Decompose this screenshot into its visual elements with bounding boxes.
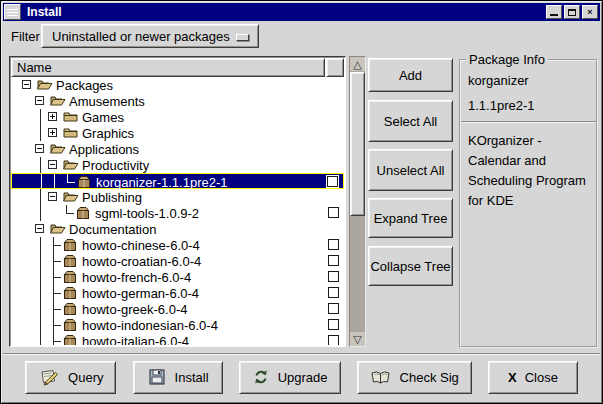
maximize-button[interactable] bbox=[564, 5, 580, 19]
tree-row[interactable]: howto-italian-6.0-4 bbox=[11, 333, 344, 345]
tree-row[interactable]: howto-chinese-6.0-4 bbox=[11, 237, 344, 253]
button-label: Collapse Tree bbox=[370, 258, 450, 275]
package-checkbox[interactable] bbox=[328, 287, 339, 298]
button-label: Add bbox=[399, 67, 422, 84]
tree-row[interactable]: Documentation bbox=[11, 221, 344, 237]
tree-row-label: Publishing bbox=[82, 190, 142, 205]
close-window-button[interactable]: × bbox=[582, 5, 598, 19]
tree-row[interactable]: Packages bbox=[11, 77, 344, 93]
scrollbar-thumb[interactable] bbox=[350, 72, 365, 216]
expand-tree-button[interactable]: Expand Tree bbox=[368, 198, 453, 238]
package-checkbox[interactable] bbox=[328, 239, 339, 250]
tree-row[interactable]: korganizer-1.1.1pre2-1 bbox=[11, 173, 344, 189]
package-icon bbox=[62, 334, 78, 345]
window-menu-button[interactable] bbox=[4, 4, 21, 20]
filter-dropdown[interactable]: Uninstalled or newer packages bbox=[41, 24, 259, 48]
button-label: Close bbox=[525, 370, 558, 385]
collapse-expander-icon[interactable] bbox=[35, 144, 44, 153]
tree-scrollbar[interactable]: △ ▽ bbox=[349, 56, 366, 347]
install-window: Install × Filter: Uninstalled or newer p… bbox=[0, 0, 603, 404]
tree-guide-line bbox=[40, 205, 41, 221]
query-button[interactable]: Query bbox=[25, 361, 116, 394]
collapse-expander-icon[interactable] bbox=[48, 192, 57, 201]
button-label: Expand Tree bbox=[374, 210, 448, 227]
tree-row[interactable]: sgml-tools-1.0.9-2 bbox=[11, 205, 344, 221]
tree-row-label: Productivity bbox=[82, 158, 149, 173]
titlebar[interactable]: Install × bbox=[3, 3, 600, 21]
tree-row[interactable]: howto-greek-6.0-4 bbox=[11, 301, 344, 317]
collapse-expander-icon[interactable] bbox=[48, 160, 57, 169]
filter-label: Filter: bbox=[11, 29, 44, 44]
tree-row[interactable]: howto-indonesian-6.0-4 bbox=[11, 317, 344, 333]
tree-row-label: howto-croatian-6.0-4 bbox=[82, 254, 201, 269]
tree-guide-line bbox=[40, 125, 41, 141]
close-button[interactable]: XClose bbox=[488, 361, 578, 394]
tree-row-label: Applications bbox=[69, 142, 139, 157]
bottom-toolbar: QueryInstallUpgradeCheck SigXClose bbox=[1, 360, 602, 394]
tree-row[interactable]: howto-german-6.0-4 bbox=[11, 285, 344, 301]
package-name: korganizer bbox=[468, 73, 529, 88]
tree-row[interactable]: Graphics bbox=[11, 125, 344, 141]
expand-expander-icon[interactable] bbox=[48, 112, 57, 121]
tree-connector-line bbox=[53, 245, 61, 246]
tree-row[interactable]: howto-french-6.0-4 bbox=[11, 269, 344, 285]
scroll-down-icon[interactable]: ▽ bbox=[350, 332, 365, 346]
bottom-divider bbox=[3, 353, 600, 355]
add-button[interactable]: Add bbox=[368, 58, 453, 92]
package-checkbox[interactable] bbox=[328, 255, 339, 266]
refresh-icon bbox=[252, 368, 270, 386]
minimize-icon bbox=[550, 14, 558, 16]
tree-header: Name bbox=[11, 58, 344, 77]
tree-guide-line bbox=[40, 253, 41, 269]
folder-open-icon bbox=[49, 222, 66, 238]
unselect-all-button[interactable]: Unselect All bbox=[368, 149, 453, 191]
tree-row-label: howto-french-6.0-4 bbox=[82, 270, 191, 285]
tree-connector-line bbox=[53, 277, 61, 278]
expand-expander-icon[interactable] bbox=[48, 128, 57, 137]
tree-row[interactable]: Games bbox=[11, 109, 344, 125]
button-label: Query bbox=[68, 370, 103, 385]
column-header-name[interactable]: Name bbox=[11, 58, 325, 77]
collapse-expander-icon[interactable] bbox=[22, 80, 31, 89]
tree-row[interactable]: Productivity bbox=[11, 157, 344, 173]
button-label: Install bbox=[175, 370, 209, 385]
tree-guide-line bbox=[40, 109, 41, 125]
folder-open-icon bbox=[62, 190, 79, 206]
check-sig-button[interactable]: Check Sig bbox=[357, 361, 472, 394]
collapse-tree-button[interactable]: Collapse Tree bbox=[368, 246, 453, 286]
collapse-expander-icon[interactable] bbox=[35, 96, 44, 105]
tree-row[interactable]: howto-croatian-6.0-4 bbox=[11, 253, 344, 269]
dropdown-indicator-icon bbox=[236, 34, 249, 41]
package-info-legend: Package Info bbox=[466, 52, 548, 67]
folder-open-icon bbox=[62, 158, 79, 174]
floppy-icon bbox=[147, 368, 167, 386]
minimize-button[interactable] bbox=[546, 5, 562, 19]
button-label: Upgrade bbox=[278, 370, 328, 385]
tree-connector-line bbox=[53, 341, 61, 342]
tree-connector-line bbox=[66, 213, 74, 214]
tree-guide-line bbox=[40, 237, 41, 253]
tree-row[interactable]: Applications bbox=[11, 141, 344, 157]
package-checkbox[interactable] bbox=[328, 335, 339, 345]
package-checkbox[interactable] bbox=[327, 176, 338, 187]
collapse-expander-icon[interactable] bbox=[35, 224, 44, 233]
install-button[interactable]: Install bbox=[133, 361, 223, 394]
tree-guide-line bbox=[40, 317, 41, 333]
package-checkbox[interactable] bbox=[328, 271, 339, 282]
package-checkbox[interactable] bbox=[328, 207, 339, 218]
folder-open-icon bbox=[36, 78, 53, 94]
scroll-up-icon[interactable]: △ bbox=[350, 57, 365, 71]
button-label: Select All bbox=[384, 113, 437, 130]
package-checkbox[interactable] bbox=[328, 319, 339, 330]
tree-row[interactable]: Publishing bbox=[11, 189, 344, 205]
tree-connector-line bbox=[53, 333, 54, 345]
tree-guide-line bbox=[40, 157, 41, 173]
upgrade-button[interactable]: Upgrade bbox=[239, 361, 341, 394]
package-checkbox[interactable] bbox=[328, 303, 339, 314]
button-label: Check Sig bbox=[400, 370, 459, 385]
tree-row-label: howto-german-6.0-4 bbox=[82, 286, 199, 301]
tree-row[interactable]: Amusements bbox=[11, 93, 344, 109]
tree-connector-line bbox=[53, 325, 61, 326]
column-header-spacer bbox=[326, 58, 344, 77]
select-all-button[interactable]: Select All bbox=[368, 100, 453, 142]
